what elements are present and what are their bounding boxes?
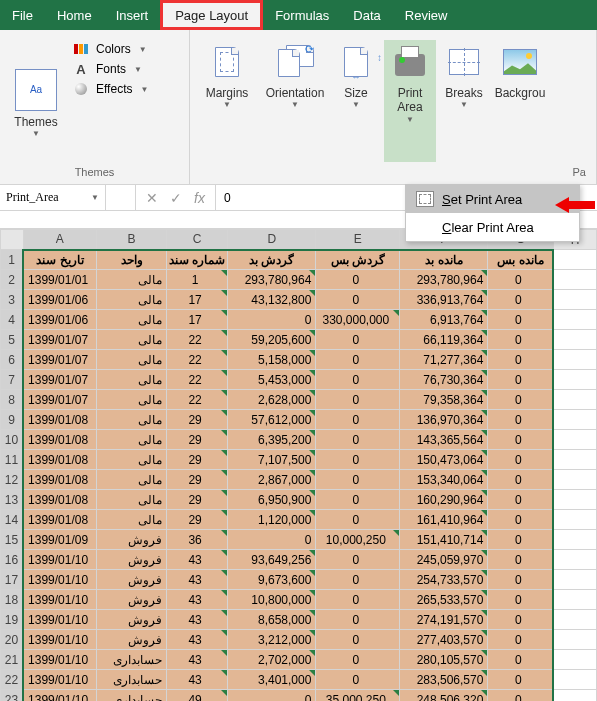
cell[interactable]: 29 [166, 410, 227, 430]
cell[interactable]: 22 [166, 350, 227, 370]
cell[interactable]: 29 [166, 450, 227, 470]
cell[interactable]: 1399/01/07 [23, 350, 97, 370]
cell[interactable]: 7,107,500 [228, 450, 316, 470]
cell[interactable]: مالی [97, 310, 167, 330]
cell[interactable]: 0 [488, 470, 554, 490]
row-header[interactable]: 5 [1, 330, 24, 350]
cell[interactable]: 66,119,364 [400, 330, 488, 350]
table-header-cell[interactable]: مانده بد [400, 250, 488, 270]
cell[interactable]: 330,000,000 [316, 310, 400, 330]
row-header[interactable]: 16 [1, 550, 24, 570]
cell[interactable]: 0 [316, 510, 400, 530]
cell[interactable] [553, 670, 596, 690]
cell[interactable]: 17 [166, 310, 227, 330]
cell[interactable]: 0 [488, 530, 554, 550]
cell[interactable]: 153,340,064 [400, 470, 488, 490]
row-header[interactable]: 8 [1, 390, 24, 410]
cell[interactable]: 1399/01/09 [23, 530, 97, 550]
row-header[interactable]: 13 [1, 490, 24, 510]
cell[interactable]: 1399/01/10 [23, 610, 97, 630]
cell[interactable]: فروش [97, 530, 167, 550]
cell[interactable]: 3,212,000 [228, 630, 316, 650]
cell[interactable]: 1399/01/08 [23, 450, 97, 470]
cell[interactable]: 3,401,000 [228, 670, 316, 690]
table-header-cell[interactable]: گردش بس [316, 250, 400, 270]
cell[interactable]: 0 [316, 630, 400, 650]
cell[interactable]: 0 [316, 330, 400, 350]
cell[interactable]: 0 [488, 550, 554, 570]
breaks-button[interactable]: Breaks ▼ [438, 40, 490, 162]
margins-button[interactable]: Margins ▼ [194, 40, 260, 162]
cell[interactable]: 6,395,200 [228, 430, 316, 450]
column-header[interactable]: E [316, 230, 400, 250]
cell[interactable]: 0 [488, 370, 554, 390]
cell[interactable] [553, 370, 596, 390]
cell[interactable]: 57,612,000 [228, 410, 316, 430]
cell[interactable]: 22 [166, 330, 227, 350]
cell[interactable]: 0 [488, 430, 554, 450]
tab-formulas[interactable]: Formulas [263, 0, 341, 30]
row-header[interactable]: 19 [1, 610, 24, 630]
cell[interactable]: 2,628,000 [228, 390, 316, 410]
cell[interactable]: 0 [316, 470, 400, 490]
cell[interactable]: 1399/01/10 [23, 550, 97, 570]
cell[interactable] [553, 270, 596, 290]
cell[interactable]: فروش [97, 610, 167, 630]
cell[interactable]: 43 [166, 630, 227, 650]
cell[interactable]: 43 [166, 610, 227, 630]
cell[interactable]: 17 [166, 290, 227, 310]
cell[interactable]: 59,205,600 [228, 330, 316, 350]
cell[interactable]: 1399/01/10 [23, 570, 97, 590]
cell[interactable]: 35,000,250 [316, 690, 400, 702]
row-header[interactable]: 4 [1, 310, 24, 330]
cell[interactable]: 293,780,964 [400, 270, 488, 290]
cell[interactable]: 1399/01/08 [23, 510, 97, 530]
spreadsheet-grid[interactable]: ABCDEFGH1تاريخ سندواحدشماره سندگردش بدگر… [0, 229, 597, 701]
cell[interactable] [553, 250, 596, 270]
cell[interactable]: 43 [166, 550, 227, 570]
row-header[interactable]: 7 [1, 370, 24, 390]
cell[interactable]: 0 [316, 370, 400, 390]
tab-file[interactable]: File [0, 0, 45, 30]
cell[interactable]: 1399/01/10 [23, 590, 97, 610]
cell[interactable]: 274,191,570 [400, 610, 488, 630]
cell[interactable]: 1399/01/08 [23, 490, 97, 510]
table-header-cell[interactable]: تاريخ سند [23, 250, 97, 270]
table-header-cell[interactable]: شماره سند [166, 250, 227, 270]
cell[interactable] [553, 590, 596, 610]
row-header[interactable]: 2 [1, 270, 24, 290]
cell[interactable]: 43 [166, 570, 227, 590]
cell[interactable] [553, 310, 596, 330]
themes-button[interactable]: Aa Themes ▼ [8, 36, 64, 162]
cell[interactable]: 0 [316, 570, 400, 590]
cell[interactable]: 265,533,570 [400, 590, 488, 610]
cell[interactable]: 43 [166, 650, 227, 670]
cell[interactable]: 5,453,000 [228, 370, 316, 390]
cell[interactable]: 0 [316, 350, 400, 370]
cell[interactable]: 29 [166, 490, 227, 510]
cell[interactable]: 0 [488, 610, 554, 630]
menu-set-print-area[interactable]: Set Print Area [406, 185, 579, 213]
cell[interactable]: 161,410,964 [400, 510, 488, 530]
cell[interactable] [553, 390, 596, 410]
cell[interactable]: مالی [97, 410, 167, 430]
cell[interactable]: 0 [488, 510, 554, 530]
name-box[interactable]: Print_Area ▼ [0, 185, 106, 210]
tab-review[interactable]: Review [393, 0, 460, 30]
cell[interactable] [553, 550, 596, 570]
cell[interactable]: 0 [228, 690, 316, 702]
cell[interactable]: 22 [166, 370, 227, 390]
cell[interactable]: 0 [316, 670, 400, 690]
cell[interactable]: 0 [316, 390, 400, 410]
cell[interactable]: 6,950,900 [228, 490, 316, 510]
select-all-corner[interactable] [1, 230, 24, 250]
cell[interactable]: 8,658,000 [228, 610, 316, 630]
cell[interactable]: 2,867,000 [228, 470, 316, 490]
row-header[interactable]: 15 [1, 530, 24, 550]
cell[interactable]: 0 [488, 450, 554, 470]
cell[interactable]: 5,158,000 [228, 350, 316, 370]
row-header[interactable]: 11 [1, 450, 24, 470]
cell[interactable]: 0 [488, 570, 554, 590]
table-header-cell[interactable]: مانده بس [488, 250, 554, 270]
cell[interactable] [553, 490, 596, 510]
